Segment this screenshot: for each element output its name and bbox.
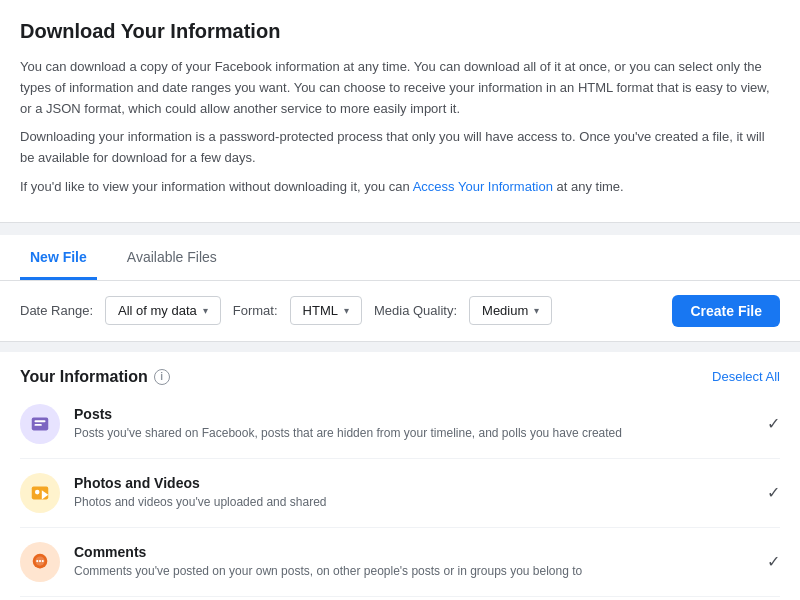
svg-point-8 — [36, 560, 38, 562]
svg-rect-2 — [35, 424, 42, 426]
format-value: HTML — [303, 303, 338, 318]
comments-desc: Comments you've posted on your own posts… — [74, 563, 753, 580]
comments-text: Comments Comments you've posted on your … — [74, 544, 753, 580]
svg-point-9 — [39, 560, 41, 562]
list-item: Photos and Videos Photos and videos you'… — [20, 459, 780, 528]
posts-title: Posts — [74, 406, 753, 422]
description-2: Downloading your information is a passwo… — [20, 127, 780, 169]
chevron-down-icon-3: ▾ — [534, 305, 539, 316]
description-3-pre: If you'd like to view your information w… — [20, 179, 413, 194]
posts-desc: Posts you've shared on Facebook, posts t… — [74, 425, 753, 442]
your-information-title: Your Information — [20, 368, 148, 386]
photos-videos-title: Photos and Videos — [74, 475, 753, 491]
chevron-down-icon-2: ▾ — [344, 305, 349, 316]
svg-point-10 — [42, 560, 44, 562]
info-tooltip-icon[interactable]: i — [154, 369, 170, 385]
date-range-dropdown[interactable]: All of my data ▾ — [105, 296, 221, 325]
photos-videos-icon-wrap — [20, 473, 60, 513]
deselect-all-button[interactable]: Deselect All — [712, 369, 780, 384]
list-item: Comments Comments you've posted on your … — [20, 528, 780, 597]
description-3: If you'd like to view your information w… — [20, 177, 780, 198]
photos-videos-check: ✓ — [767, 483, 780, 502]
date-range-label: Date Range: — [20, 303, 93, 318]
information-item-list: Posts Posts you've shared on Facebook, p… — [20, 390, 780, 600]
controls-section: Date Range: All of my data ▾ Format: HTM… — [0, 281, 800, 342]
media-quality-label: Media Quality: — [374, 303, 457, 318]
info-title-group: Your Information i — [20, 368, 170, 386]
your-information-section: Your Information i Deselect All Posts Po… — [0, 352, 800, 600]
posts-text: Posts Posts you've shared on Facebook, p… — [74, 406, 753, 442]
media-quality-dropdown[interactable]: Medium ▾ — [469, 296, 552, 325]
posts-icon-wrap — [20, 404, 60, 444]
format-label: Format: — [233, 303, 278, 318]
description-1: You can download a copy of your Facebook… — [20, 57, 780, 119]
photos-videos-text: Photos and Videos Photos and videos you'… — [74, 475, 753, 511]
header-section: Download Your Information You can downlo… — [0, 0, 800, 223]
page-title: Download Your Information — [20, 20, 780, 43]
comments-title: Comments — [74, 544, 753, 560]
format-dropdown[interactable]: HTML ▾ — [290, 296, 362, 325]
svg-point-4 — [35, 490, 40, 495]
comments-icon-wrap — [20, 542, 60, 582]
list-item: Posts Posts you've shared on Facebook, p… — [20, 390, 780, 459]
posts-check: ✓ — [767, 414, 780, 433]
tabs-section: New File Available Files — [0, 235, 800, 281]
svg-rect-1 — [35, 420, 46, 422]
comments-check: ✓ — [767, 552, 780, 571]
access-your-information-link[interactable]: Access Your Information — [413, 179, 553, 194]
tab-new-file[interactable]: New File — [20, 235, 97, 280]
create-file-button[interactable]: Create File — [672, 295, 780, 327]
photos-videos-icon — [29, 482, 51, 504]
media-quality-value: Medium — [482, 303, 528, 318]
tab-available-files[interactable]: Available Files — [117, 235, 227, 280]
date-range-value: All of my data — [118, 303, 197, 318]
chevron-down-icon: ▾ — [203, 305, 208, 316]
description-3-post: at any time. — [553, 179, 624, 194]
svg-rect-3 — [32, 486, 49, 499]
comments-icon — [29, 551, 51, 573]
posts-icon — [29, 413, 51, 435]
page-container: Download Your Information You can downlo… — [0, 0, 800, 600]
photos-videos-desc: Photos and videos you've uploaded and sh… — [74, 494, 753, 511]
info-header: Your Information i Deselect All — [20, 368, 780, 386]
